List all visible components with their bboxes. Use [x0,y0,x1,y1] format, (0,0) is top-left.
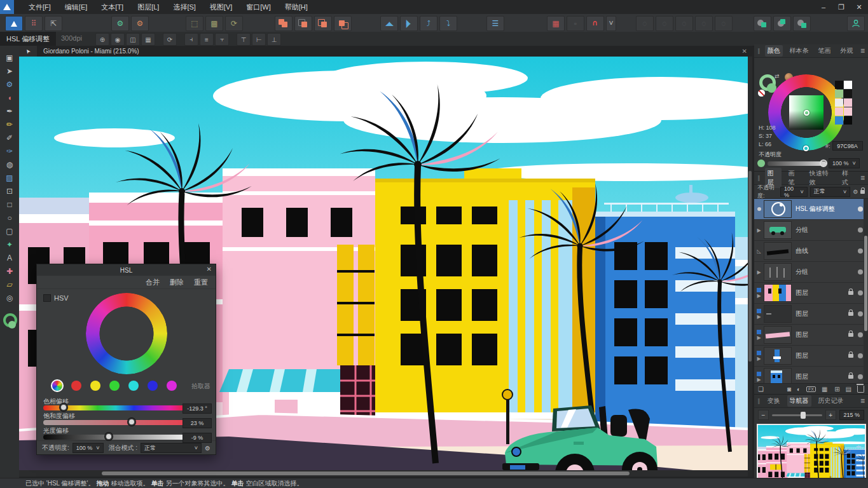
snapping-manager-icon[interactable]: ▦ [547,16,565,31]
tab-styles[interactable]: 样式 [839,168,856,188]
hue-marker[interactable] [803,146,809,151]
snapping-toggle-magnet-icon[interactable]: ∪ [586,16,604,31]
pencil-tool[interactable]: ✏ [3,118,17,131]
boolean-intersect-icon[interactable] [314,16,332,31]
window-restore-button[interactable]: ❐ [832,0,850,14]
lock-icon[interactable] [848,291,853,295]
swatch[interactable] [835,98,843,107]
vector-brush-tool[interactable]: ✑ [3,144,17,158]
hue-shift-slider[interactable] [43,405,188,410]
swatch[interactable] [844,116,852,125]
layers-lock-icon[interactable] [860,190,865,194]
preview-icon[interactable]: ◉ [111,33,125,46]
contour-tool[interactable]: ◖ [3,91,17,104]
mask-layer-icon[interactable]: ◙ [787,386,791,393]
swatch-red[interactable] [71,381,81,391]
live-filter-icon[interactable]: ▦ [822,386,827,393]
lock-icon[interactable] [848,354,853,358]
menu-edit[interactable]: 编辑[E] [58,0,94,14]
hex-value-field[interactable]: 97C98A [832,141,863,151]
zoom-out-button[interactable]: − [758,410,769,420]
menu-text[interactable]: 文本[T] [94,0,130,14]
blend-mode-select[interactable]: 正常˅ [141,443,202,453]
snapping-dropdown-chevron-icon[interactable]: ˅ [606,16,616,31]
layers-scrollbar[interactable] [864,199,868,383]
expand-chevron-icon[interactable]: ▶ [757,227,761,233]
snap-center-icon[interactable]: ⊕ [95,33,109,46]
boolean-divide-icon[interactable] [334,16,352,31]
swatch-green[interactable] [109,381,120,391]
tab-stroke[interactable]: 笔画 [816,45,834,57]
transparency-tool[interactable]: ▨ [3,171,17,184]
transform-rotate-icon[interactable]: ⟳ [163,33,177,46]
swatch[interactable] [844,107,852,116]
boolean-add-icon[interactable] [275,16,293,31]
menu-layer[interactable]: 图层[L] [130,0,166,14]
insert-top-icon[interactable] [773,16,791,31]
dialog-gear-icon[interactable]: ⚙ [205,445,210,452]
tab-appearance[interactable]: 外观 [838,45,856,57]
duplicate-layer-icon[interactable]: ❏ [758,386,764,393]
tab-navigator[interactable]: 导航器 [787,395,811,407]
pixel-persona-icon[interactable]: ⠿ [25,16,43,31]
align-center-icon[interactable]: ≡ [200,33,214,46]
panel-menu-icon[interactable]: ≡ [860,396,865,405]
marquee-rotate-icon[interactable]: ⟳ [225,16,243,31]
assistant-gear-icon[interactable]: ⚙ [131,16,149,31]
new-pixel-layer-icon[interactable]: ▤ [846,386,851,393]
picker-button[interactable]: 拾取器 [191,382,210,391]
lock-icon[interactable] [848,312,853,316]
crop-tool[interactable]: ⊡ [3,184,17,198]
hsl-dialog-titlebar[interactable]: HSL ✕ [37,264,216,276]
shape-tool[interactable]: ✦ [3,238,17,251]
align-bottom-icon[interactable]: ⊥ [267,33,281,46]
swatch-blue[interactable] [148,381,158,391]
rectangle-tool[interactable]: □ [3,198,17,211]
horizontal-scrollbar[interactable] [19,470,748,477]
layer-row-dark[interactable]: ▶ 图层 [754,304,868,325]
layer-row-blue-building[interactable]: ▶ 图层 [754,367,868,383]
zoom-tool[interactable]: ◎ [3,291,17,304]
hue-wheel[interactable] [86,293,167,374]
document-close-icon[interactable]: ✕ [737,48,752,55]
layer-row-group-palms[interactable]: ▶ 分组 [754,262,868,283]
layer-row-blue-pole[interactable]: ▶ 图层 [754,346,868,367]
document-tab[interactable]: Giordano Poloni - Miami (215.0%) [37,48,146,55]
layer-row-group-car[interactable]: ▶ 分组 [754,220,868,241]
cursor-tool-icon[interactable]: ➤ [19,46,37,57]
expand-chevron-icon[interactable]: ▶ [757,335,761,341]
tab-colour[interactable]: 颜色 [765,45,783,57]
rotate-cw-icon[interactable]: ⤵ [439,16,457,31]
export-persona-icon[interactable]: ⇱ [45,16,62,31]
insert-inside-icon[interactable] [793,16,811,31]
swap-colours-icon[interactable]: ⇄ [775,73,780,79]
menu-view[interactable]: 视图[V] [203,0,239,14]
layer-row-pink-strip[interactable]: ▶ 图层 [754,325,868,346]
saturation-shift-slider[interactable] [43,420,188,425]
zoom-in-button[interactable]: + [825,410,836,420]
align-left-icon[interactable]: ⫞ [184,33,198,46]
swatch[interactable] [844,90,852,98]
snapping-candidates-icon[interactable]: ▫ [567,16,584,31]
swatch-master[interactable] [52,381,62,391]
saturation-shift-value[interactable]: 23 % [183,418,212,428]
layer-row-hsl-adjustment[interactable]: HSL 偏移调整 [754,199,868,220]
corner-tool[interactable]: ⚙ [3,78,17,91]
auto-scroll-gear-icon[interactable]: ⚙ [111,16,129,31]
swatch[interactable] [844,98,852,107]
panel-grip[interactable]: ∥ [757,48,761,54]
mirror-icon[interactable]: ◫ [126,33,140,46]
lock-icon[interactable] [848,333,853,337]
align-right-icon[interactable]: ⫟ [215,33,229,46]
fill-stroke-indicator[interactable] [3,313,17,330]
panel-menu-icon[interactable]: ≡ [860,46,865,55]
hue-shift-value[interactable]: -129.3 ° [183,403,212,414]
lock-icon[interactable] [848,375,853,379]
tab-history[interactable]: 历史记录 [816,395,846,407]
expand-chevron-icon[interactable]: ▶ [757,377,761,383]
align-top-icon[interactable]: ⊤ [237,33,251,46]
ellipse-tool[interactable]: ○ [3,211,17,224]
window-close-button[interactable]: ✕ [850,0,868,14]
sl-marker[interactable] [804,110,809,116]
panel-menu-icon[interactable]: ≡ [860,173,865,182]
